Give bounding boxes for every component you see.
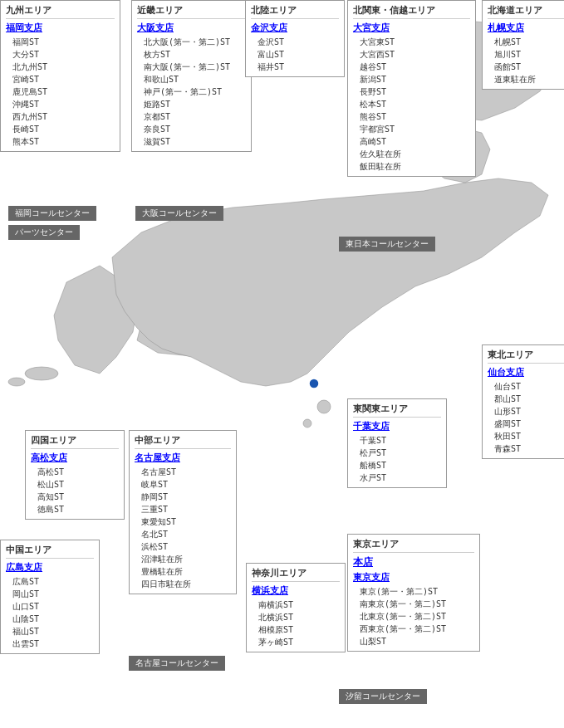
st-toyohashi: 豊橋駐在所 (135, 565, 231, 578)
hokkaido-title: 北海道エリア (488, 4, 564, 19)
st-kagoshima: 鹿児島ST (6, 86, 115, 98)
st-chiba: 千葉ST (353, 434, 441, 447)
st-omiyahishi: 大宮西ST (353, 48, 470, 61)
higashikanto-panel: 東関東エリア 千葉支店 千葉ST 松戸ST 船橋ST 水戸ST (347, 398, 447, 488)
hokuriku-branch[interactable]: 金沢支店 (251, 22, 339, 34)
chubu-panel: 中部エリア 名古屋支店 名古屋ST 岐阜ST 静岡ST 三重ST 東愛知ST 名… (129, 430, 237, 594)
kinki-title: 近畿エリア (137, 4, 246, 19)
st-utsunomiya: 宇都宮ST (353, 123, 470, 135)
st-nara: 奈良ST (137, 123, 246, 135)
st-tokyohigashi: 東京(第一・第二)ST (353, 585, 474, 598)
st-nishikyushu: 西九州ST (6, 110, 115, 123)
st-gifu: 岐阜ST (135, 478, 231, 491)
st-numazu: 沼津駐在所 (135, 553, 231, 565)
kitakanto-panel: 北関東・信越エリア 大宮支店 大宮東ST 大宮西ST 越谷ST 新潟ST 長野S… (347, 0, 476, 177)
hokuriku-panel: 北陸エリア 金沢支店 金沢ST 富山ST 福井ST (245, 0, 345, 77)
st-koriyama: 郡山ST (488, 393, 564, 405)
st-yamagata: 山形ST (488, 405, 564, 418)
kyushu-panel: 九州エリア 福岡支店 福岡ST 大分ST 北九州ST 宮崎ST 鹿児島ST 沖縄… (0, 0, 120, 152)
st-nagano: 長野ST (353, 86, 470, 98)
kyushu-title: 九州エリア (6, 4, 115, 19)
kitakanto-branch[interactable]: 大宮支店 (353, 22, 470, 34)
shikoku-title: 四国エリア (31, 434, 119, 449)
st-toyama: 富山ST (251, 48, 339, 61)
honten[interactable]: 本店 (353, 555, 474, 569)
nagoya-cc-button[interactable]: 名古屋コールセンター (129, 656, 225, 671)
st-fukuyama: 福山ST (6, 625, 94, 638)
st-oita: 大分ST (6, 48, 115, 61)
hokuriku-title: 北陸エリア (251, 4, 339, 19)
higashikanto-branch[interactable]: 千葉支店 (353, 420, 441, 432)
st-mito: 水戸ST (353, 471, 441, 484)
hokkaido-branch[interactable]: 札幌支店 (488, 22, 564, 34)
st-himeji: 姫路ST (137, 98, 246, 110)
st-kochi: 高知ST (31, 491, 119, 503)
st-saku: 佐久駐在所 (353, 148, 470, 160)
st-nishitokyo: 西東京(第一・第二)ST (353, 623, 474, 635)
st-minamiosaka: 南大阪(第一・第二)ST (137, 61, 246, 73)
st-kitayokohama: 北横浜ST (252, 611, 340, 623)
svg-point-7 (25, 367, 58, 380)
st-mie: 三重ST (135, 503, 231, 515)
st-matsuyama: 松山ST (31, 478, 119, 491)
svg-point-5 (317, 400, 331, 413)
st-meihoku: 名北ST (135, 528, 231, 540)
st-chigasaki: 茅ヶ崎ST (252, 636, 340, 648)
higashinihon-cc-button[interactable]: 東日本コールセンター (339, 237, 435, 252)
tohoku-panel: 東北エリア 仙台支店 仙台ST 郡山ST 山形ST 盛岡ST 秋田ST 青森ST (482, 344, 564, 459)
st-sanin: 山陰ST (6, 613, 94, 625)
chugoku-branch[interactable]: 広島支店 (6, 561, 94, 574)
kitakanto-title: 北関東・信越エリア (353, 4, 470, 19)
st-matsumoto: 松本ST (353, 98, 470, 110)
st-asahikawa: 旭川ST (488, 48, 564, 61)
shiodome-cc-button[interactable]: 汐留コールセンター (339, 689, 427, 704)
st-kanazawa: 金沢ST (251, 36, 339, 48)
st-yamaguchi: 山口ST (6, 600, 94, 613)
st-yokkaichi: 四日市駐在所 (135, 578, 231, 590)
kinki-branch[interactable]: 大阪支店 (137, 22, 246, 34)
st-morioka: 盛岡ST (488, 418, 564, 430)
shikoku-branch[interactable]: 高松支店 (31, 452, 119, 464)
st-hamamatsu: 浜松ST (135, 540, 231, 553)
chubu-branch[interactable]: 名古屋支店 (135, 452, 231, 464)
st-sagamihara: 相模原ST (252, 623, 340, 636)
osaka-cc-button[interactable]: 大阪コールセンター (135, 206, 223, 221)
st-izumo: 出雲ST (6, 638, 94, 650)
fukuoka-cc-button[interactable]: 福岡コールセンター (8, 206, 96, 221)
tohoku-branch[interactable]: 仙台支店 (488, 366, 564, 379)
st-kitaosaka: 北大阪(第一・第二)ST (137, 36, 246, 48)
st-miyazaki: 宮崎ST (6, 73, 115, 86)
kanagawa-branch[interactable]: 横浜支店 (252, 584, 340, 597)
st-akita: 秋田ST (488, 430, 564, 442)
st-minamiyokohama: 南横浜ST (252, 599, 340, 611)
kyushu-branch[interactable]: 福岡支店 (6, 22, 115, 34)
higashikanto-title: 東関東エリア (353, 403, 441, 418)
svg-point-6 (303, 419, 311, 428)
page-container: 九州エリア 福岡支店 福岡ST 大分ST 北九州ST 宮崎ST 鹿児島ST 沖縄… (0, 0, 564, 728)
st-shizuoka: 静岡ST (135, 491, 231, 503)
st-nagasaki: 長崎ST (6, 123, 115, 135)
svg-point-9 (309, 379, 319, 388)
st-higashiaichi: 東愛知ST (135, 515, 231, 528)
chubu-title: 中部エリア (135, 434, 231, 449)
st-kumagaya: 熊谷ST (353, 110, 470, 123)
st-doto: 道東駐在所 (488, 73, 564, 86)
st-kitatokyo: 北東京(第一・第二)ST (353, 610, 474, 623)
st-shiga: 滋賀ST (137, 135, 246, 148)
st-okayama: 岡山ST (6, 588, 94, 600)
st-aomori: 青森ST (488, 442, 564, 455)
st-okinawa: 沖縄ST (6, 98, 115, 110)
tokyo-title: 東京エリア (353, 538, 474, 553)
parts-center-button[interactable]: パーツセンター (8, 225, 80, 240)
tokyo-branch[interactable]: 東京支店 (353, 571, 474, 584)
st-fukuoka: 福岡ST (6, 36, 115, 48)
st-yamanashi: 山梨ST (353, 635, 474, 647)
st-omiyahigashi: 大宮東ST (353, 36, 470, 48)
st-hakodate: 函館ST (488, 61, 564, 73)
kanagawa-panel: 神奈川エリア 横浜支店 南横浜ST 北横浜ST 相模原ST 茅ヶ崎ST (246, 563, 346, 652)
shikoku-panel: 四国エリア 高松支店 高松ST 松山ST 高知ST 徳島ST (25, 430, 125, 520)
st-niigata: 新潟ST (353, 73, 470, 86)
kinki-panel: 近畿エリア 大阪支店 北大阪(第一・第二)ST 枚方ST 南大阪(第一・第二)S… (131, 0, 252, 152)
chugoku-panel: 中国エリア 広島支店 広島ST 岡山ST 山口ST 山陰ST 福山ST 出雲ST (0, 540, 100, 654)
st-hiroshima: 広島ST (6, 575, 94, 588)
